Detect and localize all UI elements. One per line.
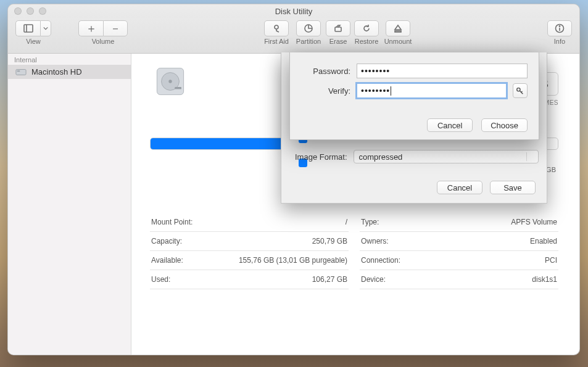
key-icon [516,86,524,95]
minimize-icon[interactable] [27,7,34,15]
detail-row: Available:155,76 GB (13,01 GB purgeable) [150,251,349,270]
password-label: Password: [302,67,350,76]
partition-button[interactable] [296,20,321,36]
verify-label: Verify: [302,86,350,96]
image-format-value: compressed [359,152,403,162]
detail-row: Used:106,27 GB [150,270,349,289]
password-cancel-button[interactable]: Cancel [427,118,473,132]
titlebar: Disk Utility [8,4,579,18]
details-left: Mount Point:/ Capacity:250,79 GB Availab… [150,213,349,289]
chevron-down-icon [43,26,48,31]
erase-button[interactable] [326,20,350,36]
first-aid-button[interactable] [264,20,289,36]
detail-row: Mount Point:/ [150,213,349,232]
svg-marker-5 [395,25,401,30]
zoom-icon[interactable] [39,7,46,15]
detail-row: Device:disk1s1 [360,270,558,289]
svg-rect-11 [17,70,20,72]
volume-label: Volume [78,38,128,45]
detail-row: Capacity:250,79 GB [150,232,349,251]
unmount-label: Unmount [383,38,413,45]
svg-point-2 [275,25,278,29]
restore-icon [362,23,371,33]
svg-rect-10 [16,69,26,75]
add-volume-button[interactable]: ＋ [78,20,103,36]
view-button[interactable] [15,20,40,36]
view-group: View [15,20,51,45]
body: Internal Macintosh HD 250,79 GB SHARED B… [8,54,579,355]
svg-point-14 [168,80,172,83]
svg-rect-4 [335,27,341,31]
drive-icon [154,65,187,101]
remove-volume-button[interactable]: － [103,20,128,36]
password-panel: Password: •••••••• Verify: •••••••• Canc… [289,52,539,140]
first-aid-label: First Aid [262,38,291,45]
sheet-save-button[interactable]: Save [490,181,536,194]
view-label: View [15,38,51,45]
disk-utility-window: Disk Utility View ＋ － Volume [7,4,580,355]
details: Mount Point:/ Capacity:250,79 GB Availab… [150,213,558,289]
svg-point-16 [517,88,520,91]
window-controls [14,7,46,15]
detail-row: Owners:Enabled [360,232,558,251]
svg-rect-6 [395,31,401,32]
updown-icon: ▲▼ [529,152,534,162]
detail-row: Connection:PCI [360,251,558,270]
detail-row: Type:APFS Volume [360,213,558,232]
restore-button[interactable] [354,20,379,36]
unmount-button[interactable] [386,20,410,36]
content: 250,79 GB SHARED BY 4 VOLUMES x Free 142… [131,54,579,355]
password-assistant-button[interactable] [513,83,528,98]
disk-icon [15,68,27,76]
pie-icon [304,23,313,33]
view-menu-button[interactable] [40,20,51,36]
sidebar-layout-icon [23,23,33,33]
partition-label: Partition [294,38,323,45]
info-icon [555,23,565,33]
verify-field[interactable]: •••••••• [357,83,507,98]
sidebar-item-macintosh-hd[interactable]: Macintosh HD [8,65,131,79]
info-label: Info [547,38,572,45]
window-title: Disk Utility [8,7,579,16]
image-format-dropdown[interactable]: compressed ▲▼ [354,150,539,163]
eject-icon [393,23,403,33]
sidebar: Internal Macintosh HD [8,54,131,355]
close-icon[interactable] [14,7,22,15]
svg-point-9 [559,26,560,27]
sidebar-item-label: Macintosh HD [31,67,82,76]
volume-group: ＋ － Volume [78,20,128,45]
restore-label: Restore [353,38,380,45]
sheet-cancel-button[interactable]: Cancel [437,181,482,194]
erase-label: Erase [326,38,350,45]
svg-rect-0 [24,25,33,32]
details-right: Type:APFS Volume Owners:Enabled Connecti… [360,213,558,289]
svg-rect-15 [175,87,181,89]
info-button[interactable] [547,20,572,36]
toolbar: View ＋ － Volume First Aid Partition Eras… [8,18,579,54]
password-field[interactable]: •••••••• [357,64,528,78]
image-format-label: Image Format: [295,152,347,162]
stethoscope-icon [271,23,281,33]
password-choose-button[interactable]: Choose [481,118,528,132]
erase-icon [333,23,343,33]
sidebar-heading: Internal [8,54,131,65]
